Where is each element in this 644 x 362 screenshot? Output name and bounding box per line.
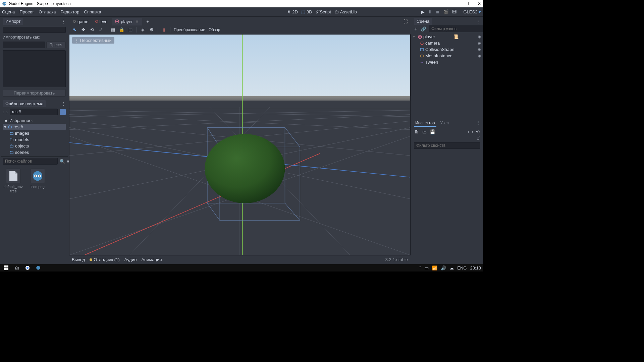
pause-button[interactable]: ⏸	[428, 9, 432, 14]
mode-2d-button[interactable]: ↯ 2D	[287, 9, 298, 14]
godot-taskbar-icon[interactable]	[34, 265, 42, 271]
panel-menu-icon[interactable]: ⋮	[476, 120, 480, 127]
transform-menu[interactable]: Преобразование	[174, 27, 205, 32]
import-panel-tab[interactable]: Импорт	[3, 18, 23, 25]
fs-view-toggle[interactable]	[60, 109, 66, 115]
visibility-icon[interactable]: ◉	[478, 41, 481, 45]
insp-expand-icon[interactable]: ⇵	[477, 136, 480, 141]
visibility-icon[interactable]: ◉	[478, 35, 481, 39]
mode-assetlib-button[interactable]: 🗀 AssetLib	[334, 9, 357, 14]
snap-icon[interactable]: ◈	[140, 27, 146, 33]
add-node-button[interactable]: ＋	[413, 26, 418, 32]
explorer-icon[interactable]: 🗂	[13, 265, 21, 271]
fs-folder-scenes[interactable]: 🗀scenes	[3, 149, 66, 156]
local-space-icon[interactable]: ▦	[110, 27, 116, 33]
tab-add-button[interactable]: ＋	[142, 17, 153, 26]
3d-viewport[interactable]: ⋮ Перспективный	[69, 34, 411, 255]
scene-filter-input[interactable]	[429, 25, 483, 32]
scale-tool-icon[interactable]: ⤢	[98, 27, 103, 33]
node-player[interactable]: ▾ player 📜 ◉	[412, 34, 482, 40]
panel-menu-icon[interactable]: ⋮	[476, 19, 480, 24]
file-icon-png[interactable]: icon.png	[28, 169, 48, 193]
mode-script-button[interactable]: 𝒮 Script	[316, 9, 331, 15]
menu-scene[interactable]: Сцена	[2, 9, 15, 14]
camera-icon[interactable]: ▮	[161, 27, 167, 33]
tab-close-icon[interactable]: ✕	[135, 19, 139, 24]
inspector-tab[interactable]: Инспектор	[414, 120, 436, 127]
visibility-icon[interactable]: ◉	[478, 47, 481, 52]
import-resource-field[interactable]	[3, 27, 66, 33]
node-tween[interactable]: Tween	[412, 59, 482, 65]
fs-folder-models[interactable]: 🗀models	[3, 136, 66, 143]
tab-level[interactable]: level	[92, 18, 112, 25]
tray-cloud-icon[interactable]: ☁	[449, 265, 454, 270]
select-tool-icon[interactable]: ⬉	[72, 27, 77, 33]
menu-editor[interactable]: Редактор	[61, 9, 79, 14]
fs-path-field[interactable]: res://	[10, 109, 58, 115]
tab-game[interactable]: game	[70, 18, 92, 25]
insp-load-icon[interactable]: 🗁	[422, 129, 427, 134]
fs-favorites[interactable]: ★Избранное:	[3, 117, 66, 124]
import-as-dropdown[interactable]	[3, 42, 45, 48]
rotate-tool-icon[interactable]: ⟲	[89, 27, 95, 33]
insp-history-icon[interactable]: ⟲	[476, 129, 480, 134]
distraction-free-icon[interactable]: ⛶	[401, 19, 411, 24]
lock-icon[interactable]: 🔒	[119, 27, 124, 33]
visibility-icon[interactable]: ◉	[478, 54, 481, 58]
tray-language[interactable]: ENG	[457, 265, 467, 270]
snap-config-icon[interactable]: ⚙	[149, 27, 154, 33]
debugger-tab[interactable]: Отладчик (1)	[90, 257, 119, 262]
tray-battery-icon[interactable]: ▭	[425, 265, 429, 270]
renderer-dropdown[interactable]: GLES2 ▾	[463, 9, 481, 14]
view-menu[interactable]: Обзор	[209, 27, 220, 32]
play-custom-button[interactable]: 🎞	[452, 9, 457, 14]
close-icon[interactable]: ✕	[478, 1, 481, 6]
fs-search-input[interactable]	[3, 158, 58, 165]
filesystem-panel-tab[interactable]: Файловая система	[3, 100, 46, 107]
menu-project[interactable]: Проект	[19, 9, 34, 14]
play-scene-button[interactable]: 🎬	[443, 9, 449, 14]
output-tab[interactable]: Вывод	[72, 257, 85, 262]
insp-new-icon[interactable]: 🗎	[415, 129, 419, 134]
search-icon[interactable]: 🔍	[60, 159, 65, 164]
preset-button[interactable]: Пресет	[46, 42, 66, 48]
group-icon[interactable]: ⬚	[128, 27, 133, 33]
fs-root[interactable]: ▾🗀res://	[3, 124, 66, 130]
fs-folder-objects[interactable]: 🗀objects	[3, 143, 66, 149]
maximize-icon[interactable]: ☐	[468, 1, 472, 6]
scene-panel-tab[interactable]: Сцена	[414, 18, 432, 25]
perspective-badge[interactable]: ⋮ Перспективный	[72, 37, 114, 44]
play-button[interactable]: ▶	[421, 9, 425, 14]
file-default-env[interactable]: default_env.tres	[3, 169, 23, 193]
tray-wifi-icon[interactable]: 📶	[432, 265, 437, 270]
tray-chevron-icon[interactable]: ˄	[419, 265, 421, 270]
minimize-icon[interactable]: —	[458, 1, 462, 6]
mode-3d-button[interactable]: ⬚ 3D	[301, 9, 312, 14]
menu-help[interactable]: Справка	[84, 9, 101, 14]
stop-button[interactable]: ⏹	[436, 9, 440, 14]
tray-clock[interactable]: 23:18	[470, 265, 481, 270]
menu-debug[interactable]: Отладка	[39, 9, 56, 14]
instance-scene-button[interactable]: 🔗	[421, 26, 426, 32]
panel-menu-icon[interactable]: ⋮	[61, 19, 66, 24]
fs-folder-images[interactable]: 🗀images	[3, 130, 66, 136]
start-button[interactable]	[2, 265, 10, 271]
tray-sound-icon[interactable]: 🔊	[441, 265, 446, 270]
inspector-filter-input[interactable]	[414, 142, 480, 149]
animation-tab[interactable]: Анимация	[141, 257, 162, 262]
panel-menu-icon[interactable]: ⋮	[61, 101, 66, 106]
insp-forward-icon[interactable]: ›	[472, 129, 473, 134]
fs-forward-button[interactable]: ›	[6, 110, 7, 115]
node-camera[interactable]: camera ◉	[412, 40, 482, 46]
chrome-icon[interactable]	[23, 265, 32, 271]
insp-back-icon[interactable]: ‹	[468, 129, 469, 134]
move-tool-icon[interactable]: ✥	[80, 27, 86, 33]
reimport-button[interactable]: Переимпортировать	[3, 89, 66, 97]
node-meshinstance[interactable]: MeshInstance ◉	[412, 53, 482, 59]
tab-player[interactable]: player✕	[112, 18, 142, 25]
audio-tab[interactable]: Аудио	[124, 257, 137, 262]
insp-save-icon[interactable]: 💾	[430, 129, 435, 134]
script-icon[interactable]: 📜	[453, 34, 459, 39]
node-collisionshape[interactable]: CollisionShape ◉	[412, 46, 482, 53]
fs-back-button[interactable]: ‹	[3, 110, 4, 115]
